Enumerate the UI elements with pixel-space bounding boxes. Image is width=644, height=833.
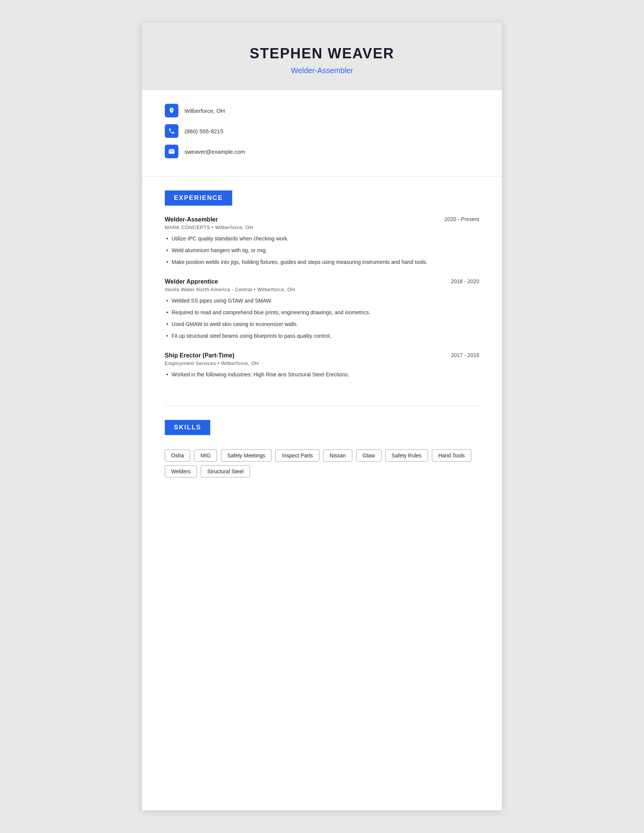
skill-tag: Safety Meetings <box>221 449 272 462</box>
skill-tag: Inspect Parts <box>275 449 319 462</box>
job-title-2: Welder Apprentice <box>165 278 218 285</box>
skills-grid: OshaMIGSafety MeetingsInspect PartsNissa… <box>165 449 479 478</box>
bullet-item: Worked in the following industries: High… <box>165 371 479 379</box>
contact-phone: (860) 555-8215 <box>165 124 479 138</box>
skill-tag: Welders <box>165 465 197 478</box>
job-entry-3: Ship Erector (Part-Time) 2017 - 2018 Emp… <box>165 352 479 379</box>
skill-tag: Hand Tools <box>432 449 471 462</box>
job-bullets-3: Worked in the following industries: High… <box>165 371 479 379</box>
job-company-2: Veolia Water North America - Central • W… <box>165 286 479 292</box>
skill-tag: MIG <box>194 449 217 462</box>
contact-email: sweaver@example.com <box>165 145 479 158</box>
location-icon <box>165 104 179 117</box>
job-entry-1: Welder-Assembler 2020 - Present MARK CON… <box>165 216 479 266</box>
skill-tag: Gtaw <box>356 449 382 462</box>
job-dates-3: 2017 - 2018 <box>451 352 479 358</box>
job-company-3: Employment Services • Wilberforce, OH <box>165 360 479 366</box>
bullet-item: Utilize IPC quality standards when check… <box>165 235 479 243</box>
skill-tag: Safety Rules <box>385 449 428 462</box>
job-dates-1: 2020 - Present <box>444 216 479 222</box>
job-title-3: Ship Erector (Part-Time) <box>165 352 235 359</box>
job-dates-2: 2018 - 2020 <box>451 278 479 285</box>
contact-location: Wilberforce, OH <box>165 104 479 117</box>
skills-section: SKILLS OshaMIGSafety MeetingsInspect Par… <box>142 406 502 500</box>
location-text: Wilberforce, OH <box>185 108 225 114</box>
job-entry-2: Welder Apprentice 2018 - 2020 Veolia Wat… <box>165 278 479 340</box>
bullet-item: Make position welds into jigs, holding f… <box>165 258 479 266</box>
job-header-1: Welder-Assembler 2020 - Present <box>165 216 479 223</box>
header-section: STEPHEN WEAVER Welder-Assembler <box>142 23 502 90</box>
email-text: sweaver@example.com <box>185 148 245 155</box>
skill-tag: Nissan <box>323 449 352 462</box>
job-header-3: Ship Erector (Part-Time) 2017 - 2018 <box>165 352 479 359</box>
job-company-1: MARK CONCEPTS • Wilberforce, OH <box>165 225 479 230</box>
resume-container: STEPHEN WEAVER Welder-Assembler Wilberfo… <box>142 23 502 810</box>
bullet-item: Welded SS pipes using GTAW and SMAW. <box>165 297 479 305</box>
skill-tag: Osha <box>165 449 190 462</box>
email-icon <box>165 145 179 158</box>
bullet-item: Fit up structural steel beams using blue… <box>165 332 479 340</box>
bullet-item: Used GMAW to weld skin casing to economi… <box>165 320 479 328</box>
bullet-item: Weld aluminium hangers with tig, or mig. <box>165 246 479 254</box>
phone-icon <box>165 124 179 138</box>
experience-section: EXPERIENCE Welder-Assembler 2020 - Prese… <box>142 177 502 406</box>
skill-tag: Structural Steel <box>201 465 250 478</box>
job-bullets-2: Welded SS pipes using GTAW and SMAW. Req… <box>165 297 479 340</box>
candidate-name: STEPHEN WEAVER <box>165 45 479 62</box>
phone-text: (860) 555-8215 <box>185 128 224 134</box>
experience-header: EXPERIENCE <box>165 190 232 206</box>
candidate-title: Welder-Assembler <box>165 66 479 75</box>
bullet-item: Required to read and comprehend blue pri… <box>165 309 479 317</box>
contact-section: Wilberforce, OH (860) 555-8215 sweaver@e… <box>142 90 502 177</box>
job-header-2: Welder Apprentice 2018 - 2020 <box>165 278 479 285</box>
job-title-1: Welder-Assembler <box>165 216 218 223</box>
job-bullets-1: Utilize IPC quality standards when check… <box>165 235 479 266</box>
skills-header: SKILLS <box>165 420 210 435</box>
